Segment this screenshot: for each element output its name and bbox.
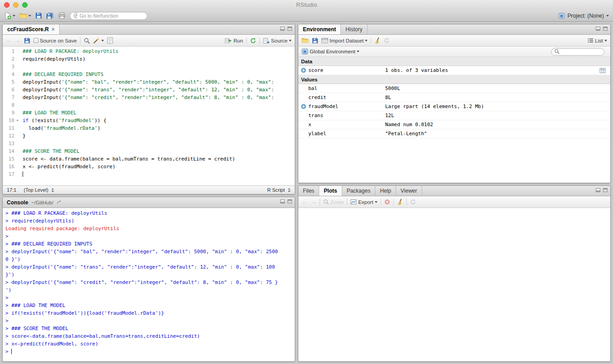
text-cursor (23, 171, 23, 177)
rstudio-window: RStudio R Project: (None) (0, 0, 613, 364)
expand-slot[interactable] (298, 104, 308, 109)
tab-environment[interactable]: Environment (298, 24, 341, 34)
back-icon[interactable]: ← (6, 38, 12, 43)
refresh-plots-button[interactable] (410, 199, 416, 205)
source-on-save-checkbox[interactable]: Source on Save (33, 38, 77, 43)
save-workspace-button[interactable] (312, 38, 318, 44)
save-icon (312, 38, 318, 44)
object-value: 12L (385, 113, 610, 118)
console-output[interactable]: > ### LOAD R PACKAGE: deployrUtils> requ… (3, 208, 295, 361)
minimize-pane-icon[interactable] (280, 199, 285, 203)
toolbar-separator (381, 199, 381, 205)
fold-slot (14, 140, 20, 147)
tab-plots[interactable]: Plots (319, 186, 342, 196)
caret-down-icon (365, 40, 368, 42)
save-source-button[interactable] (24, 38, 30, 44)
fold-slot (14, 86, 20, 94)
caret-down-icon (13, 15, 15, 17)
environment-scope-selector[interactable]: R Global Environment (302, 48, 359, 55)
fold-arrow-icon[interactable]: ▾ (14, 117, 20, 124)
expand-object-icon[interactable] (301, 68, 306, 73)
minimize-pane-icon[interactable] (280, 27, 285, 31)
environment-row[interactable]: xNamed num 0.0102 (298, 120, 610, 129)
refresh-button[interactable] (384, 38, 390, 43)
code-text: deployrInput('{"name": "bal", "render":"… (20, 78, 274, 86)
tab-packages[interactable]: Packages (342, 186, 376, 196)
open-file-button[interactable] (19, 13, 31, 19)
environment-row[interactable]: bal5000L (298, 84, 610, 93)
environment-search-box[interactable] (551, 48, 604, 56)
code-line: 1### LOAD R PACKAGE: deployrUtils (3, 47, 295, 55)
expand-slot[interactable] (298, 68, 308, 73)
source-tab-label: ccFraudScore.R (7, 26, 49, 33)
tab-help[interactable]: Help (375, 186, 396, 196)
tab-files[interactable]: Files (298, 186, 319, 196)
environment-row[interactable]: ylabel"Petal-Length" (298, 129, 610, 138)
export-plot-button[interactable]: Export (350, 199, 377, 205)
source-tabstrip: ccFraudScore.R × (3, 24, 295, 35)
goto-file-function-box[interactable] (70, 12, 147, 20)
find-replace-button[interactable] (84, 38, 90, 44)
code-line: 3 (3, 63, 295, 71)
expand-object-icon[interactable] (301, 104, 306, 109)
tab-ccfraudscore[interactable]: ccFraudScore.R × (3, 24, 60, 34)
checkbox-icon[interactable] (33, 38, 38, 43)
plots-toolbar: ← → Zoom Export (298, 196, 610, 208)
remove-plot-button[interactable] (384, 199, 390, 205)
clear-workspace-button[interactable] (374, 37, 381, 44)
code-editor[interactable]: 1### LOAD R PACKAGE: deployrUtils2requir… (3, 47, 295, 185)
titlebar[interactable]: RStudio (0, 0, 613, 10)
environment-search-input[interactable] (561, 49, 601, 54)
clear-plots-button[interactable] (397, 199, 403, 205)
doc-type-selector[interactable]: R Script (267, 187, 291, 193)
goto-file-function-input[interactable] (80, 13, 144, 19)
import-dataset-button[interactable]: Import Dataset (321, 38, 368, 44)
print-button[interactable] (58, 12, 66, 19)
run-button[interactable]: Run (225, 38, 243, 44)
line-number: 14 (3, 147, 14, 155)
compile-notebook-button[interactable] (107, 37, 113, 44)
minimize-pane-icon[interactable] (596, 27, 600, 31)
forward-icon[interactable]: → (15, 38, 21, 43)
code-line: 14### SCORE THE MODEL (3, 147, 295, 155)
maximize-pane-icon[interactable] (603, 27, 608, 31)
line-number: 7 (3, 94, 14, 101)
new-file-button[interactable] (4, 12, 15, 19)
fold-slot (14, 63, 20, 71)
previous-plot-icon[interactable]: ← (302, 199, 307, 205)
line-number: 11 (3, 124, 14, 132)
environment-row[interactable]: fraudModelLarge rpart (14 elements, 1.2 … (298, 102, 610, 111)
environment-row[interactable]: trans12L (298, 111, 610, 120)
next-plot-icon[interactable]: → (311, 199, 316, 205)
project-selector[interactable]: R Project: (None) (558, 13, 609, 19)
scope-selector[interactable]: (Top Level) (24, 187, 54, 193)
maximize-pane-icon[interactable] (288, 199, 292, 203)
code-tools-button[interactable] (93, 37, 104, 44)
zoom-plot-button[interactable]: Zoom (323, 199, 344, 205)
export-label: Export (358, 199, 373, 205)
environment-row[interactable]: credit8L (298, 93, 610, 102)
editor-statusbar: 17:1 (Top Level) R Script (3, 185, 295, 194)
doc-type-label: R Script (267, 187, 285, 193)
tab-history[interactable]: History (341, 24, 367, 34)
source-button[interactable]: Source (263, 38, 292, 44)
display-mode-selector[interactable]: List (588, 38, 607, 43)
tab-viewer[interactable]: Viewer (396, 186, 422, 196)
minimize-pane-icon[interactable] (596, 188, 600, 192)
save-button[interactable] (35, 12, 42, 19)
console-header: Console ~/GitHub/ (3, 197, 295, 208)
maximize-pane-icon[interactable] (288, 27, 292, 31)
rerun-button[interactable] (250, 38, 256, 44)
close-tab-icon[interactable]: × (52, 27, 55, 32)
scope-label: (Top Level) (24, 187, 48, 193)
view-data-button[interactable] (599, 68, 606, 75)
console-cursor (11, 349, 12, 354)
goto-directory-icon[interactable] (57, 200, 62, 205)
magnifier-icon (84, 38, 90, 44)
load-workspace-button[interactable] (302, 38, 309, 43)
maximize-pane-icon[interactable] (603, 188, 608, 192)
fold-slot (14, 101, 20, 109)
view-data-grid-icon[interactable] (599, 68, 606, 73)
environment-row[interactable]: score1 obs. of 3 variables (298, 66, 610, 75)
save-all-button[interactable] (46, 12, 54, 19)
